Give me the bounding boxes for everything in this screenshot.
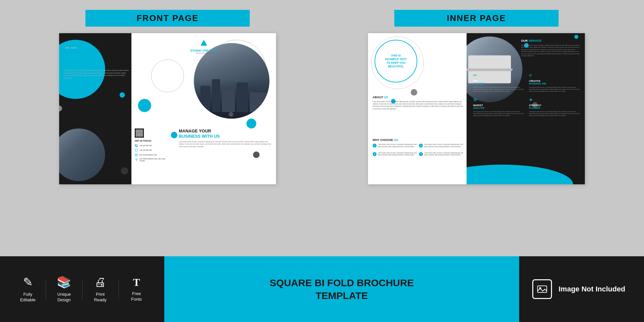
our-service-title: OUR SERVICE — [521, 39, 580, 42]
circle-line-2: EXAMPLE TEXT — [385, 58, 406, 61]
front-body-text: Lorem ipsum dolor sit amet, consectetur … — [179, 141, 271, 148]
why-item-4: 4 Lorem ipsum dolor sit amet, consectetu… — [419, 152, 463, 157]
front-left-dot-blue — [120, 92, 125, 98]
strategy-planner-text: Lorem ipsum dolor sit amet, consectetur … — [529, 111, 580, 117]
inner-left-panel: THIS IS EXAMPLE TEXT TO KEEP YOU BEAUTIF… — [368, 33, 467, 184]
service-item-strategy: ➤ STRATEGYPLANNER Lorem ipsum dolor sit … — [529, 97, 580, 117]
svg-marker-0 — [200, 40, 207, 46]
email-icon — [135, 153, 138, 156]
front-left-dot-gray — [59, 105, 62, 111]
headline1: MANAGE YOUR — [179, 128, 211, 133]
services-grid: ✏ PROCONCEPT Lorem ipsum dolor sit amet,… — [473, 73, 580, 117]
why-choose-section: WHY CHOOSE US 1 Lorem ipsum dolor sit am… — [373, 138, 463, 158]
why-grid: 1 Lorem ipsum dolor sit amet, consectetu… — [373, 144, 463, 158]
contact-phone-2: +00 123 456 789 — [135, 149, 171, 152]
free-fonts-icon: T — [133, 276, 140, 288]
about-heading: ABOUT US — [373, 96, 463, 99]
market-analysis-icon: ⚙ — [473, 97, 479, 103]
creative-business-title: CREATIVEBUSINESS JOB — [529, 80, 580, 85]
why-title: WHY CHOOSE — [373, 138, 393, 142]
inner-right-bottom-wave — [467, 165, 585, 184]
market-analysis-text: Lorem ipsum dolor sit amet, consectetur … — [473, 111, 524, 117]
our-service-text: Lorem ipsum dolor sit amet, consectetur … — [521, 44, 580, 57]
svg-rect-6 — [538, 286, 547, 292]
why-num-2: 2 — [373, 152, 377, 156]
email-text: your email address here — [139, 154, 157, 156]
why-item-3: 3 Lorem ipsum dolor sit amet, consectetu… — [419, 144, 463, 148]
qr-inner — [136, 129, 143, 137]
why-heading: WHY CHOOSE US — [373, 138, 463, 142]
circle-text-content: THIS IS EXAMPLE TEXT TO KEEP YOU BEAUTIF… — [382, 51, 410, 72]
why-text-1: Lorem ipsum dolor sit amet, consectetur … — [378, 144, 417, 148]
city-image-2 — [194, 43, 269, 119]
image-not-included-icon — [532, 279, 552, 299]
front-page-banner: FRONT PAGE — [85, 10, 250, 27]
about-section: ABOUT US Lorem ipsum dolor sit amet, con… — [373, 96, 463, 110]
front-dot-blue-1 — [138, 99, 151, 112]
logo-slogan: SLOGAN HERE — [190, 52, 217, 54]
why-list: 1 Lorem ipsum dolor sit amet, consectetu… — [373, 144, 463, 158]
footer-icons-section: ✎ FullyEditable 📚 UniqueDesign 🖨 PrintRe… — [0, 275, 164, 303]
service-item-market: ⚙ MARKETANALYSIS Lorem ipsum dolor sit a… — [473, 97, 524, 117]
phone-icon-1: 📞 — [135, 144, 138, 147]
inner-page-column: INNER PAGE THIS IS EXAMPLE TEXT TO KEEP … — [329, 10, 624, 184]
inner-text-circle: THIS IS EXAMPLE TEXT TO KEEP YOU BEAUTIF… — [375, 40, 417, 82]
qr-code — [135, 128, 144, 138]
headline2: BUSINESS WITH US — [179, 134, 220, 139]
unique-design-label: UniqueDesign — [57, 292, 71, 303]
free-fonts-label: FreeFonts — [131, 291, 142, 302]
pro-concept-icon: ✏ — [473, 73, 479, 79]
front-main-image-circle — [194, 43, 269, 119]
svg-point-5 — [136, 159, 137, 160]
front-left-panel: WE ARE CREATIVE AGENCY Lorem ipsum dolor… — [59, 33, 131, 184]
we-are-text: WE ARE — [65, 46, 100, 49]
main-area: FRONT PAGE WE ARE CREATIVE AGENCY Lorem … — [0, 0, 644, 256]
creative-business-text: Lorem ipsum dolor sit amet, consectetur … — [529, 86, 580, 92]
front-brochure-card: WE ARE CREATIVE AGENCY Lorem ipsum dolor… — [59, 33, 276, 184]
front-headline-section: MANAGE YOUR BUSINESS WITH US Lorem ipsum… — [174, 125, 276, 184]
our-service-section: OUR SERVICE Lorem ipsum dolor sit amet, … — [521, 39, 580, 57]
get-in-touch-label: GET IN TOUCH — [135, 140, 171, 142]
footer-banner-text: Square Bi Fold BrochureTemplate — [270, 276, 414, 302]
contact-address: Your Street address here, Zip Code, Coun… — [135, 158, 171, 162]
circle-line-1: THIS IS — [385, 54, 406, 58]
image-not-included-text: Image Not Included — [559, 285, 625, 294]
front-bottom-section: GET IN TOUCH 📞 +00 123 456 789 — [131, 125, 276, 184]
service-accent: SERVICE — [529, 39, 541, 42]
svg-text:📞: 📞 — [135, 145, 138, 147]
footer-icon-unique: 📚 UniqueDesign — [46, 275, 82, 303]
about-title: ABOUT — [373, 96, 383, 99]
location-icon — [135, 158, 138, 161]
why-item-2: 2 Lorem ipsum dolor sit amet, consectetu… — [373, 152, 417, 157]
creative-business-icon: ≡ — [529, 73, 535, 79]
fully-editable-label: FullyEditable — [20, 292, 35, 303]
pro-concept-text: Lorem ipsum dolor sit amet, consectetur … — [473, 86, 524, 92]
phone-1-text: +00 123 456 789 — [139, 145, 152, 147]
circle-line-4: BEAUTIFUL — [385, 65, 406, 68]
pro-concept-title: PROCONCEPT — [473, 80, 524, 85]
why-text-4: Lorem ipsum dolor sit amet, consectetur … — [424, 152, 463, 157]
front-contact-section: GET IN TOUCH 📞 +00 123 456 789 — [131, 125, 174, 184]
why-item-1: 1 Lorem ipsum dolor sit amet, consectetu… — [373, 144, 417, 148]
print-ready-label: PrintReady — [94, 292, 106, 303]
front-left-image-circle — [59, 128, 105, 181]
service-item-pro: ✏ PROCONCEPT Lorem ipsum dolor sit amet,… — [473, 73, 524, 92]
svg-point-3 — [135, 149, 138, 151]
contact-email: your email address here — [135, 153, 171, 156]
front-page-column: FRONT PAGE WE ARE CREATIVE AGENCY Lorem … — [20, 10, 315, 184]
front-left-text: WE ARE CREATIVE AGENCY — [65, 46, 100, 54]
footer-right-section: Image Not Included — [519, 279, 644, 299]
fully-editable-icon: ✎ — [23, 275, 33, 289]
front-dot-dark-1 — [229, 112, 233, 117]
inner-right-dot-2 — [574, 35, 578, 39]
phone-icon-2 — [135, 149, 138, 152]
footer-icon-print: 🖨 PrintReady — [82, 275, 118, 303]
why-text-2: Lorem ipsum dolor sit amet, consectetur … — [378, 152, 417, 157]
front-left-dot-dark — [121, 167, 128, 174]
phone-2-text: +00 123 456 789 — [139, 149, 152, 151]
creative-agency-text: CREATIVE AGENCY — [65, 49, 100, 54]
footer-icon-fonts: T FreeFonts — [119, 276, 154, 302]
about-accent: US — [384, 96, 388, 99]
logo-icon — [200, 39, 208, 47]
why-num-4: 4 — [419, 152, 423, 156]
